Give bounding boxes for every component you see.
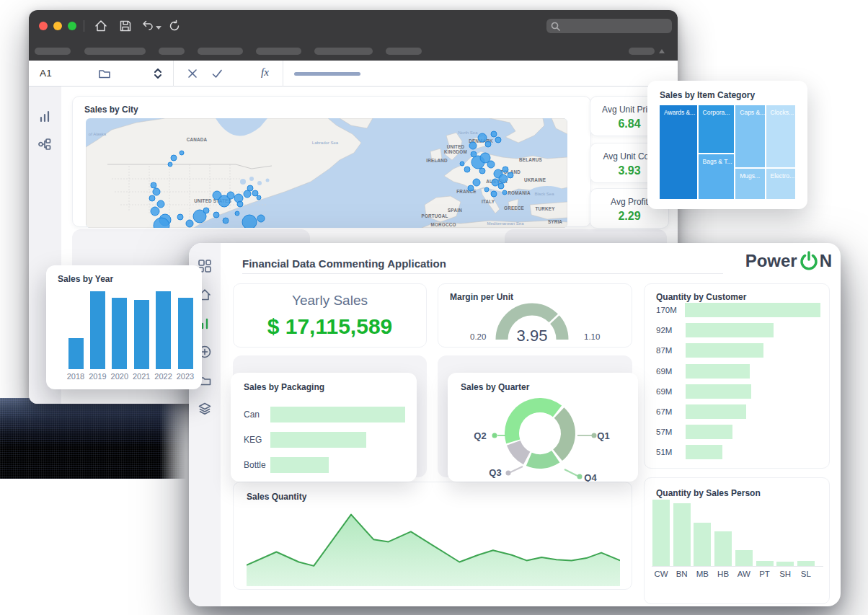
salesperson-bar[interactable]: [673, 503, 691, 566]
city-bubble[interactable]: [502, 190, 507, 195]
maximize-window-button[interactable]: [68, 22, 76, 30]
city-bubble[interactable]: [180, 151, 184, 155]
city-bubble[interactable]: [223, 218, 229, 224]
city-bubble[interactable]: [213, 212, 219, 218]
year-bar[interactable]: [90, 291, 105, 369]
packaging-bar[interactable]: [270, 407, 405, 422]
city-bubble[interactable]: [257, 215, 265, 222]
home-icon[interactable]: [94, 19, 108, 33]
treemap-tile[interactable]: Corpora...: [699, 105, 735, 153]
menu-item-placeholder[interactable]: [198, 48, 243, 55]
treemap-chart[interactable]: Awards &...Corpora...Bags & T...Caps &..…: [660, 105, 795, 199]
menu-item-placeholder[interactable]: [35, 48, 71, 55]
year-bar-chart[interactable]: [61, 291, 190, 369]
year-bar[interactable]: [68, 338, 84, 369]
city-bubble[interactable]: [469, 142, 477, 149]
customer-bar[interactable]: [686, 384, 751, 399]
city-bubble[interactable]: [464, 167, 470, 172]
treemap-tile[interactable]: Mugs...: [735, 169, 764, 199]
city-bubble[interactable]: [499, 174, 508, 183]
city-bubble[interactable]: [502, 167, 508, 172]
year-bar[interactable]: [156, 291, 171, 369]
city-bubble[interactable]: [168, 162, 172, 167]
city-bubble[interactable]: [508, 172, 513, 178]
year-bar[interactable]: [134, 300, 149, 369]
folder-icon[interactable]: [98, 67, 111, 80]
salesperson-bar[interactable]: [797, 561, 815, 566]
search-input[interactable]: [546, 19, 672, 33]
confirm-check-icon[interactable]: [211, 67, 223, 80]
city-bubble[interactable]: [468, 185, 474, 191]
area-chart[interactable]: [247, 505, 620, 586]
packaging-bar-chart[interactable]: CanKEGBottle: [244, 402, 405, 477]
city-bubble[interactable]: [257, 195, 261, 200]
customer-bar[interactable]: [685, 303, 820, 317]
minimize-window-button[interactable]: [53, 22, 62, 30]
city-bubble[interactable]: [460, 162, 464, 166]
fx-icon[interactable]: fx: [261, 66, 269, 79]
city-bubble[interactable]: [492, 179, 499, 186]
menu-item-placeholder[interactable]: [159, 48, 185, 55]
city-bubble[interactable]: [237, 201, 243, 207]
customer-bar[interactable]: [686, 364, 750, 379]
city-bubble[interactable]: [471, 151, 477, 157]
cell-name-box[interactable]: A1: [40, 68, 52, 79]
city-bubble[interactable]: [153, 188, 160, 195]
city-bubble[interactable]: [247, 185, 253, 191]
layers-icon[interactable]: [198, 402, 212, 416]
salesperson-bar[interactable]: [694, 523, 711, 566]
city-bubble[interactable]: [235, 211, 239, 216]
city-bubble[interactable]: [491, 131, 497, 137]
salesperson-bar[interactable]: [776, 562, 794, 566]
quarter-segment[interactable]: [526, 451, 560, 469]
menu-item-placeholder[interactable]: [256, 48, 301, 55]
menu-item-placeholder[interactable]: [84, 48, 146, 55]
org-chart-icon[interactable]: [37, 137, 52, 151]
city-bubble[interactable]: [495, 137, 501, 143]
customer-bar[interactable]: [686, 343, 763, 358]
customer-bar[interactable]: [686, 404, 746, 419]
packaging-bar[interactable]: [270, 432, 366, 448]
formula-content-placeholder[interactable]: [294, 72, 360, 76]
customer-bar[interactable]: [686, 445, 722, 459]
menu-item-placeholder[interactable]: [629, 48, 655, 55]
menu-item-placeholder[interactable]: [386, 48, 422, 55]
packaging-bar[interactable]: [270, 457, 329, 473]
cancel-icon[interactable]: [186, 67, 199, 80]
salesperson-bar-chart[interactable]: [652, 500, 823, 567]
treemap-tile[interactable]: Caps &...: [735, 105, 764, 167]
city-bubble[interactable]: [478, 133, 487, 142]
year-bar[interactable]: [112, 298, 127, 369]
salesperson-bar[interactable]: [652, 500, 670, 566]
city-bubble[interactable]: [203, 208, 209, 213]
quarter-segment[interactable]: [505, 398, 562, 443]
menu-item-placeholder[interactable]: [314, 48, 373, 55]
city-bubble[interactable]: [227, 192, 234, 199]
customer-bar[interactable]: [686, 425, 732, 439]
undo-dropdown-caret[interactable]: [156, 26, 161, 30]
quarter-segment[interactable]: [507, 441, 530, 464]
save-icon[interactable]: [118, 19, 133, 33]
customer-bar-chart[interactable]: 170M92M87M69M69M67M57M51M: [656, 300, 820, 463]
quarter-donut-chart[interactable]: Q2Q1Q4Q3: [448, 373, 638, 482]
city-bubble[interactable]: [473, 179, 480, 186]
salesperson-bar[interactable]: [756, 561, 774, 566]
city-bubble[interactable]: [171, 155, 177, 161]
city-bubble[interactable]: [487, 161, 495, 168]
city-bubble[interactable]: [151, 207, 159, 216]
treemap-tile[interactable]: Clocks...: [766, 105, 795, 167]
city-bubble[interactable]: [491, 191, 497, 197]
city-bubble[interactable]: [498, 183, 504, 189]
refresh-icon[interactable]: [167, 19, 182, 33]
stepper-icon[interactable]: [151, 67, 164, 80]
salesperson-bar[interactable]: [735, 550, 753, 566]
city-bubble[interactable]: [177, 214, 183, 220]
city-bubble[interactable]: [151, 182, 156, 188]
city-bubble[interactable]: [244, 190, 251, 198]
bar-chart-icon[interactable]: [37, 110, 52, 124]
treemap-tile[interactable]: Electro...: [766, 169, 795, 199]
menu-caret-icon[interactable]: [659, 49, 665, 53]
city-bubble[interactable]: [157, 200, 164, 208]
undo-icon[interactable]: [141, 19, 155, 33]
close-window-button[interactable]: [39, 22, 48, 30]
